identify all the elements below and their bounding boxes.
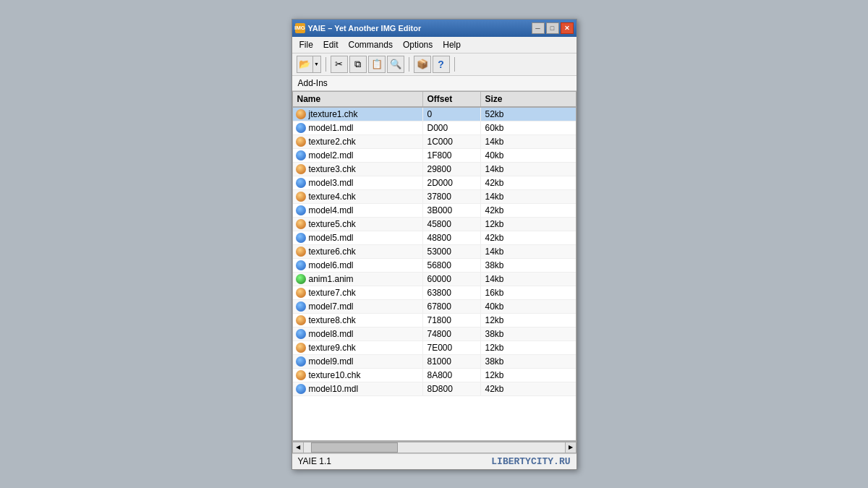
table-row[interactable]: model2.mdl 1F800 40kb [293, 149, 576, 163]
row-offset-cell: 63800 [423, 286, 481, 299]
row-size-cell: 14kb [481, 245, 524, 258]
table-row[interactable]: anim1.anim 60000 14kb [293, 273, 576, 286]
row-offset-cell: 29800 [423, 163, 481, 176]
table-row[interactable]: texture8.chk 71800 12kb [293, 314, 576, 328]
minimize-button[interactable]: ─ [532, 22, 545, 34]
title-bar: IMG YAIE – Yet Another IMG Editor ─ □ ✕ [292, 20, 576, 37]
row-name-cell: texture6.chk [293, 245, 423, 258]
title-buttons: ─ □ ✕ [532, 22, 574, 34]
table-row[interactable]: texture3.chk 29800 14kb [293, 163, 576, 176]
table-row[interactable]: texture9.chk 7E000 12kb [293, 341, 576, 355]
row-name-cell: model1.mdl [293, 121, 423, 134]
copy-button[interactable]: ⧉ [349, 56, 367, 73]
file-type-icon [296, 205, 306, 215]
header-offset[interactable]: Offset [423, 92, 481, 106]
row-name-cell: model5.mdl [293, 231, 423, 244]
row-offset-cell: 74800 [423, 328, 481, 341]
header-size[interactable]: Size [481, 92, 524, 106]
file-name: model4.mdl [309, 205, 354, 215]
open-button[interactable]: 📂 [297, 56, 312, 73]
row-name-cell: model4.mdl [293, 204, 423, 217]
toolbar-separator-2 [409, 57, 409, 72]
file-type-icon [296, 219, 306, 229]
cut-button[interactable]: ✂ [331, 56, 348, 73]
scroll-right-button[interactable]: ▶ [565, 442, 576, 453]
table-row[interactable]: model7.mdl 67800 40kb [293, 300, 576, 314]
table-row[interactable]: model10.mdl 8D800 42kb [293, 382, 576, 396]
scroll-left-button[interactable]: ◀ [292, 442, 304, 453]
row-size-cell: 40kb [481, 149, 524, 162]
scroll-thumb[interactable] [311, 442, 398, 453]
file-type-icon [296, 123, 306, 133]
row-name-cell: model7.mdl [293, 300, 423, 313]
scroll-track[interactable] [304, 442, 565, 453]
help-button[interactable]: ? [433, 56, 450, 73]
file-type-icon [296, 343, 306, 353]
row-offset-cell: D000 [423, 121, 481, 134]
file-name: model9.mdl [309, 356, 354, 367]
open-arrow-button[interactable]: ▼ [312, 56, 321, 73]
table-row[interactable]: model1.mdl D000 60kb [293, 121, 576, 135]
file-name: model3.mdl [309, 178, 354, 188]
menu-options[interactable]: Options [399, 38, 437, 51]
file-name: texture6.chk [309, 247, 356, 257]
row-size-cell: 42kb [481, 176, 524, 189]
window-title: YAIE – Yet Another IMG Editor [308, 24, 422, 33]
row-name-cell: texture10.chk [293, 369, 423, 382]
file-type-icon [296, 192, 306, 202]
package-button[interactable]: 📦 [414, 56, 431, 73]
table-row[interactable]: model5.mdl 48800 42kb [293, 231, 576, 245]
row-offset-cell: 81000 [423, 355, 481, 368]
menu-edit[interactable]: Edit [319, 38, 343, 51]
row-offset-cell: 45800 [423, 218, 481, 231]
row-name-cell: texture3.chk [293, 163, 423, 176]
row-offset-cell: 8A800 [423, 369, 481, 382]
table-row[interactable]: model3.mdl 2D000 42kb [293, 176, 576, 190]
file-name: texture7.chk [309, 288, 356, 298]
file-name: model5.mdl [309, 233, 354, 243]
menu-help[interactable]: Help [438, 38, 465, 51]
file-type-icon [296, 329, 306, 339]
addins-label: Add-Ins [298, 78, 328, 88]
table-row[interactable]: model4.mdl 3B000 42kb [293, 204, 576, 218]
paste-button[interactable]: 📋 [368, 56, 386, 73]
maximize-button[interactable]: □ [546, 22, 559, 34]
row-offset-cell: 67800 [423, 300, 481, 313]
file-name: texture2.chk [309, 137, 356, 147]
file-name: texture10.chk [309, 370, 361, 380]
file-name: texture9.chk [309, 343, 356, 353]
row-offset-cell: 71800 [423, 314, 481, 327]
watermark-label: LIBERTYCITY.RU [491, 456, 570, 467]
table-row[interactable]: jtexture1.chk 0 52kb [293, 108, 576, 121]
menu-file[interactable]: File [295, 38, 318, 51]
list-body[interactable]: jtexture1.chk 0 52kb model1.mdl D000 60k… [293, 108, 576, 440]
menu-commands[interactable]: Commands [344, 38, 397, 51]
row-size-cell: 12kb [481, 218, 524, 231]
row-size-cell: 14kb [481, 190, 524, 203]
row-name-cell: texture7.chk [293, 286, 423, 299]
search-button[interactable]: 🔍 [387, 56, 404, 73]
row-offset-cell: 7E000 [423, 341, 481, 354]
row-name-cell: model10.mdl [293, 382, 423, 395]
table-row[interactable]: texture6.chk 53000 14kb [293, 245, 576, 259]
version-label: YAIE 1.1 [298, 456, 331, 466]
table-row[interactable]: texture5.chk 45800 12kb [293, 218, 576, 231]
row-offset-cell: 3B000 [423, 204, 481, 217]
close-button[interactable]: ✕ [561, 22, 574, 34]
table-row[interactable]: texture10.chk 8A800 12kb [293, 369, 576, 382]
table-row[interactable]: model6.mdl 56800 38kb [293, 259, 576, 273]
table-row[interactable]: texture4.chk 37800 14kb [293, 190, 576, 204]
file-name: anim1.anim [309, 274, 354, 284]
file-type-icon [296, 233, 306, 243]
row-name-cell: texture8.chk [293, 314, 423, 327]
table-row[interactable]: model9.mdl 81000 38kb [293, 355, 576, 369]
row-size-cell: 12kb [481, 369, 524, 382]
table-row[interactable]: model8.mdl 74800 38kb [293, 328, 576, 341]
app-icon: IMG [295, 23, 305, 33]
header-name[interactable]: Name [293, 92, 423, 106]
table-row[interactable]: texture2.chk 1C000 14kb [293, 135, 576, 149]
table-row[interactable]: texture7.chk 63800 16kb [293, 286, 576, 300]
file-name: texture5.chk [309, 219, 356, 229]
row-size-cell: 38kb [481, 328, 524, 341]
file-type-icon [296, 315, 306, 325]
